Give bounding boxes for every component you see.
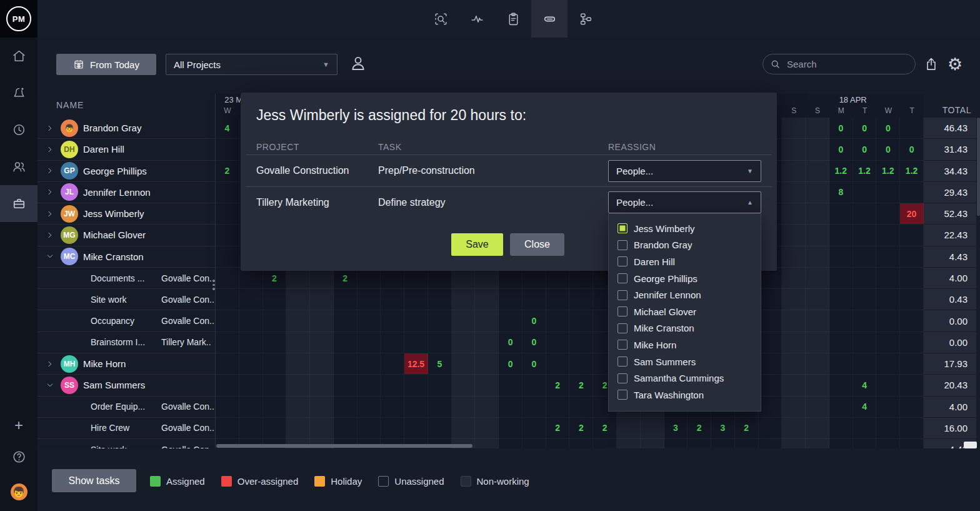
day-cell[interactable] xyxy=(286,310,310,331)
day-cell[interactable] xyxy=(216,353,239,374)
day-cell[interactable] xyxy=(546,397,570,417)
person-row[interactable]: SSSam Summers xyxy=(38,375,215,396)
plus-icon[interactable]: + xyxy=(0,416,38,435)
day-cell[interactable] xyxy=(334,332,358,353)
day-cell[interactable] xyxy=(381,332,404,353)
day-cell[interactable] xyxy=(569,310,593,331)
day-cell[interactable] xyxy=(829,310,853,331)
export-icon[interactable] xyxy=(922,54,941,75)
day-cell[interactable] xyxy=(853,310,877,331)
day-cell[interactable] xyxy=(404,332,428,353)
day-cell[interactable] xyxy=(569,289,593,310)
day-cell[interactable] xyxy=(310,310,334,331)
day-cell[interactable] xyxy=(806,375,829,395)
day-cell[interactable] xyxy=(522,439,546,448)
chevron-right-icon[interactable] xyxy=(45,359,55,369)
checkbox-unchecked[interactable] xyxy=(618,306,628,316)
help-icon[interactable] xyxy=(0,447,38,466)
day-cell[interactable] xyxy=(358,375,381,395)
checkbox-unchecked[interactable] xyxy=(618,340,628,350)
task-row[interactable]: OccupancyGovalle Con.. xyxy=(38,310,215,331)
checkbox-unchecked[interactable] xyxy=(618,373,628,383)
day-cell[interactable] xyxy=(759,332,782,353)
assigned-cell[interactable]: 1.2 xyxy=(853,161,877,181)
day-cell[interactable] xyxy=(806,289,829,310)
task-row[interactable]: Documents ...Govalle Con.. xyxy=(38,268,215,289)
assigned-cell[interactable]: 0 xyxy=(522,332,546,353)
day-cell[interactable] xyxy=(286,375,310,395)
day-cell[interactable] xyxy=(286,332,310,353)
chevron-right-icon[interactable] xyxy=(45,144,55,154)
day-cell[interactable] xyxy=(782,246,806,267)
day-cell[interactable] xyxy=(829,268,853,288)
day-cell[interactable] xyxy=(428,375,452,395)
day-cell[interactable] xyxy=(310,353,334,374)
day-cell[interactable] xyxy=(263,375,287,395)
day-cell[interactable] xyxy=(475,332,499,353)
day-cell[interactable] xyxy=(782,139,806,159)
assigned-cell[interactable]: 2 xyxy=(593,418,617,438)
day-cell[interactable] xyxy=(263,310,287,331)
day-cell[interactable] xyxy=(759,439,782,448)
person-row[interactable]: MGMichael Glover xyxy=(38,225,215,246)
day-cell[interactable] xyxy=(876,246,900,267)
assigned-cell[interactable]: 8 xyxy=(829,182,853,203)
project-filter-select[interactable]: All Projects ▼ xyxy=(166,54,338,75)
home-icon[interactable] xyxy=(0,38,38,74)
day-cell[interactable] xyxy=(853,182,877,203)
day-cell[interactable] xyxy=(358,353,381,374)
briefcase-icon[interactable] xyxy=(0,185,38,222)
day-cell[interactable] xyxy=(853,332,877,353)
people-dropdown-item[interactable]: Brandon Gray xyxy=(609,237,761,254)
region-search-icon[interactable] xyxy=(422,0,459,38)
day-cell[interactable] xyxy=(853,246,877,267)
assigned-cell[interactable]: 1.2 xyxy=(829,161,853,181)
day-cell[interactable] xyxy=(499,397,522,417)
day-cell[interactable] xyxy=(900,289,924,310)
day-cell[interactable] xyxy=(759,310,782,331)
day-cell[interactable] xyxy=(735,439,759,448)
day-cell[interactable] xyxy=(853,268,877,288)
day-cell[interactable] xyxy=(900,375,924,395)
day-cell[interactable] xyxy=(310,375,334,395)
day-cell[interactable] xyxy=(829,397,853,417)
checkbox-unchecked[interactable] xyxy=(618,357,628,367)
people-filter-icon[interactable] xyxy=(349,54,370,75)
day-cell[interactable] xyxy=(806,332,829,353)
day-cell[interactable] xyxy=(853,203,877,224)
day-cell[interactable] xyxy=(334,418,358,438)
day-cell[interactable] xyxy=(239,418,263,438)
day-cell[interactable] xyxy=(876,203,900,224)
assigned-cell[interactable]: 2 xyxy=(569,418,593,438)
day-cell[interactable] xyxy=(475,439,499,448)
day-cell[interactable] xyxy=(900,118,924,138)
close-button[interactable]: Close xyxy=(510,233,564,256)
day-cell[interactable] xyxy=(782,118,806,138)
day-cell[interactable] xyxy=(759,397,782,417)
day-cell[interactable] xyxy=(664,439,688,448)
day-cell[interactable] xyxy=(428,310,452,331)
gear-icon[interactable]: ⚙ xyxy=(946,54,964,75)
day-cell[interactable] xyxy=(239,353,263,374)
day-cell[interactable] xyxy=(900,332,924,353)
task-row[interactable]: Site workGovalle Con.. xyxy=(38,289,215,310)
day-cell[interactable] xyxy=(286,397,310,417)
day-cell[interactable] xyxy=(452,310,476,331)
day-cell[interactable] xyxy=(334,397,358,417)
day-cell[interactable] xyxy=(569,439,593,448)
day-cell[interactable] xyxy=(499,418,522,438)
day-cell[interactable] xyxy=(782,418,806,438)
activity-icon[interactable] xyxy=(459,0,495,38)
day-cell[interactable] xyxy=(452,418,476,438)
person-row[interactable]: GPGeorge Phillips xyxy=(38,161,215,182)
checkbox-unchecked[interactable] xyxy=(618,240,628,250)
day-cell[interactable] xyxy=(452,397,476,417)
day-cell[interactable] xyxy=(263,289,287,310)
day-cell[interactable] xyxy=(829,289,853,310)
scrollbar-corner[interactable] xyxy=(964,442,977,448)
day-cell[interactable] xyxy=(546,439,570,448)
day-cell[interactable] xyxy=(806,246,829,267)
day-cell[interactable] xyxy=(452,289,476,310)
day-cell[interactable] xyxy=(334,310,358,331)
day-cell[interactable] xyxy=(216,332,239,353)
